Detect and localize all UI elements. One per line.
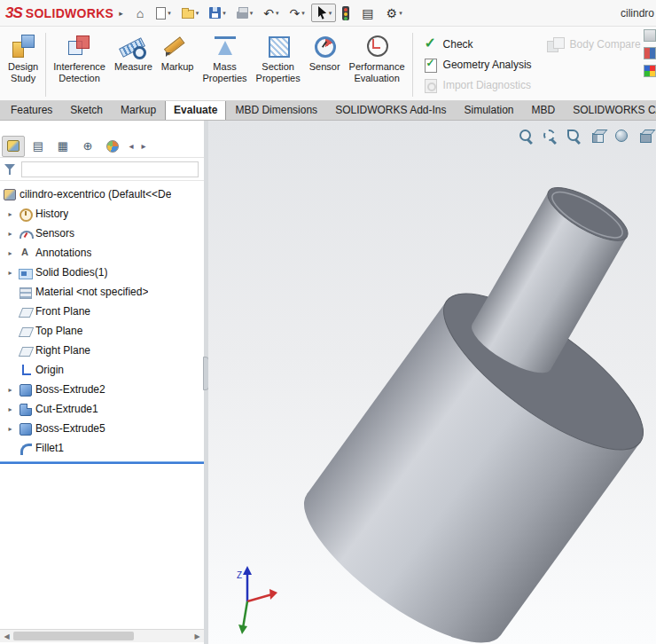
interference-detection-icon (66, 33, 93, 59)
featuremanager-design-tree-tab[interactable] (2, 136, 25, 157)
section-properties-button[interactable]: Section Properties (252, 29, 305, 86)
tree-item[interactable]: ▸ History (0, 204, 204, 224)
panel-tab-bar: ▤ ▦ ⊕ ◂ ▸ (0, 135, 204, 158)
dimxpertmanager-tab[interactable]: ⊕ (76, 136, 99, 157)
scroll-left-button[interactable]: ◀ (0, 630, 13, 642)
tree-item[interactable]: ▸ Sensors (0, 224, 204, 243)
tree-item[interactable]: Right Plane (0, 341, 204, 360)
dropdown-caret-icon[interactable]: ▾ (223, 10, 226, 17)
tree-filter-row (0, 158, 204, 181)
expand-arrow-icon[interactable]: ▸ (5, 386, 15, 394)
tree-filter-input[interactable] (21, 161, 199, 177)
expand-arrow-icon[interactable]: ▸ (5, 210, 15, 218)
menu-expand-arrow-icon[interactable]: ▸ (119, 9, 123, 18)
taskpane-icon[interactable] (644, 65, 656, 77)
tab-markup[interactable]: Markup (112, 101, 165, 120)
displaymanager-tab[interactable] (101, 136, 124, 157)
ribbon-group-evaluate-tools: Interference Detection Measure Markup (49, 29, 409, 100)
options-gear-icon[interactable]: ⚙ ▾ (382, 4, 407, 23)
dropdown-caret-icon[interactable]: ▾ (276, 10, 279, 17)
expand-arrow-icon[interactable]: ▸ (5, 269, 15, 277)
save-icon[interactable]: ▾ (205, 4, 230, 21)
expand-arrow-icon[interactable]: ▸ (5, 425, 15, 433)
tree-item[interactable]: Origin (0, 360, 204, 380)
body-compare-button[interactable]: Body Compare (543, 35, 644, 54)
tree-item[interactable]: ▸ Cut-Extrude1 (0, 399, 204, 419)
solid-bodies-folder-icon (19, 266, 32, 279)
solidworks-logo[interactable]: 3S SOLIDWORKS ▸ (5, 4, 123, 22)
dropdown-caret-icon[interactable]: ▾ (399, 10, 402, 17)
measure-icon (120, 33, 146, 59)
tree-item[interactable]: ▸ Boss-Extrude2 (0, 380, 204, 399)
expand-arrow-icon[interactable]: ▸ (5, 405, 15, 413)
tab-mbd[interactable]: MBD (523, 101, 565, 120)
tree-item[interactable]: Material <not specified> (0, 282, 204, 302)
document-title: cilindro (621, 7, 656, 20)
tree-item[interactable]: ▸ Boss-Extrude5 (0, 419, 204, 438)
appearances-icon[interactable] (613, 127, 630, 145)
import-diagnostics-button[interactable]: Import Diagnostics (419, 75, 535, 95)
redo-icon[interactable]: ↷ ▾ (285, 4, 309, 23)
taskpane-icon[interactable] (644, 29, 656, 42)
tab-sketch[interactable]: Sketch (61, 101, 112, 120)
print-icon[interactable]: ▾ (232, 4, 258, 21)
scroll-right-button[interactable]: ▶ (191, 630, 204, 642)
tab-mbd-dimensions[interactable]: MBD Dimensions (226, 101, 326, 120)
body-compare-icon (546, 35, 566, 53)
graphics-viewport[interactable]: Z (208, 121, 656, 644)
expand-arrow-icon[interactable]: ▸ (5, 230, 15, 238)
zoom-fit-icon[interactable] (517, 127, 535, 145)
fillet-icon (19, 442, 32, 455)
panel-tabs-scroll-right[interactable]: ▸ (138, 141, 149, 151)
geometry-analysis-button[interactable]: Geometry Analysis (419, 55, 535, 75)
section-view-icon[interactable] (589, 127, 606, 145)
taskpane-icon[interactable] (644, 47, 656, 59)
select-cursor-icon[interactable]: ▾ (311, 4, 337, 22)
tree-item[interactable]: Top Plane (0, 321, 204, 341)
ribbon-separator (45, 33, 46, 97)
interference-detection-button[interactable]: Interference Detection (49, 29, 110, 86)
undo-icon[interactable]: ↶ ▾ (259, 4, 283, 23)
zoom-area-icon[interactable] (541, 127, 558, 145)
panel-tabs-scroll-left[interactable]: ◂ (126, 141, 137, 151)
check-button[interactable]: Check (419, 35, 535, 54)
tree-root-item[interactable]: cilindro-excentrico (Default<<De (0, 185, 204, 204)
file-properties-icon[interactable]: ▤ (357, 4, 379, 23)
configurationmanager-tab[interactable]: ▦ (51, 136, 74, 157)
sensors-icon (19, 227, 32, 240)
tab-solidworks-cam[interactable]: SOLIDWORKS CAM (564, 101, 656, 120)
markup-button[interactable]: Markup (157, 29, 199, 75)
previous-view-icon[interactable] (565, 127, 582, 145)
sensor-button[interactable]: Sensor (305, 29, 345, 75)
scrollbar-thumb[interactable] (13, 632, 134, 640)
new-document-icon[interactable]: ▾ (152, 4, 176, 22)
measure-button[interactable]: Measure (110, 29, 157, 75)
tab-features[interactable]: Features (2, 101, 61, 120)
tree-item[interactable]: Fillet1 (0, 438, 204, 458)
tab-simulation[interactable]: Simulation (456, 101, 523, 120)
rollback-bar[interactable] (0, 461, 204, 464)
propertymanager-tab[interactable]: ▤ (27, 136, 50, 157)
tab-evaluate[interactable]: Evaluate (165, 101, 226, 120)
filter-funnel-icon[interactable] (4, 163, 17, 176)
home-icon[interactable]: ⌂ (132, 4, 150, 23)
scrollbar-track[interactable] (13, 630, 191, 642)
view-orientation-icon[interactable] (636, 127, 654, 145)
tree-item[interactable]: Front Plane (0, 302, 204, 321)
dropdown-caret-icon[interactable]: ▾ (196, 10, 199, 17)
design-study-button[interactable]: Design Study (4, 29, 43, 86)
dropdown-caret-icon[interactable]: ▾ (168, 10, 171, 17)
tree-item[interactable]: ▸ Annotations (0, 243, 204, 263)
logo-mark: 3S (5, 4, 22, 22)
open-icon[interactable]: ▾ (177, 4, 204, 21)
ribbon-group-check-tools: Check Geometry Analysis Import Diagnosti… (416, 29, 539, 100)
rebuild-traffic-light-icon[interactable] (338, 4, 355, 23)
mass-properties-button[interactable]: Mass Properties (198, 29, 251, 86)
tab-solidworks-add-ins[interactable]: SOLIDWORKS Add-Ins (326, 101, 455, 120)
dropdown-caret-icon[interactable]: ▾ (329, 10, 332, 17)
tree-item[interactable]: ▸ Solid Bodies(1) (0, 263, 204, 282)
dropdown-caret-icon[interactable]: ▾ (301, 10, 305, 17)
performance-evaluation-button[interactable]: Performance Evaluation (345, 29, 410, 86)
expand-arrow-icon[interactable]: ▸ (5, 249, 15, 257)
dropdown-caret-icon[interactable]: ▾ (250, 10, 254, 17)
